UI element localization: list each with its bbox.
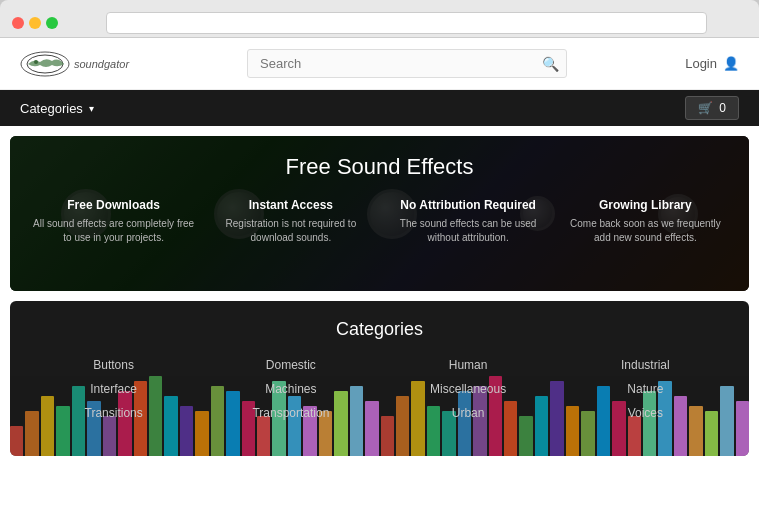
feature-desc: Come back soon as we frequently add new … xyxy=(562,217,729,245)
login-label: Login xyxy=(685,56,717,71)
categories-label: Categories xyxy=(20,101,83,116)
category-item-human[interactable]: Human xyxy=(385,356,552,374)
feature-title: Growing Library xyxy=(562,198,729,212)
minimize-button[interactable] xyxy=(29,17,41,29)
categories-title: Categories xyxy=(30,319,729,340)
traffic-lights xyxy=(12,17,58,29)
categories-section: Categories ButtonsDomesticHumanIndustria… xyxy=(10,301,749,456)
feature-title: No Attribution Required xyxy=(385,198,552,212)
logo-icon xyxy=(20,50,70,78)
feature-no-attribution: No Attribution Required The sound effect… xyxy=(385,198,552,245)
search-icon: 🔍 xyxy=(542,56,559,72)
search-bar: 🔍 xyxy=(247,49,567,78)
website: soundgator 🔍 Login 👤 Categories ▾ 🛒 0 xyxy=(0,38,759,506)
cart-icon: 🛒 xyxy=(698,101,713,115)
feature-title: Free Downloads xyxy=(30,198,197,212)
logo-text: soundgator xyxy=(74,58,129,70)
category-item-urban[interactable]: Urban xyxy=(385,404,552,422)
logo[interactable]: soundgator xyxy=(20,50,129,78)
chevron-down-icon: ▾ xyxy=(89,103,94,114)
cart-button[interactable]: 🛒 0 xyxy=(685,96,739,120)
category-item-transportation[interactable]: Transportation xyxy=(207,404,374,422)
cart-count: 0 xyxy=(719,101,726,115)
feature-title: Instant Access xyxy=(207,198,374,212)
hero-title: Free Sound Effects xyxy=(10,154,749,180)
feature-instant-access: Instant Access Registration is not requi… xyxy=(207,198,374,245)
category-item-domestic[interactable]: Domestic xyxy=(207,356,374,374)
address-bar[interactable] xyxy=(106,12,707,34)
hero-features: Free Downloads All sound effects are com… xyxy=(10,198,749,245)
hero-section: Free Sound Effects Free Downloads All so… xyxy=(10,136,749,291)
feature-desc: All sound effects are completely free to… xyxy=(30,217,197,245)
hero-content: Free Sound Effects Free Downloads All so… xyxy=(10,136,749,245)
feature-free-downloads: Free Downloads All sound effects are com… xyxy=(30,198,197,245)
categories-grid: ButtonsDomesticHumanIndustrialInterfaceM… xyxy=(30,356,729,422)
category-item-interface[interactable]: Interface xyxy=(30,380,197,398)
feature-desc: The sound effects can be used without at… xyxy=(385,217,552,245)
category-item-transitions[interactable]: Transitions xyxy=(30,404,197,422)
feature-desc: Registration is not required to download… xyxy=(207,217,374,245)
category-item-machines[interactable]: Machines xyxy=(207,380,374,398)
category-item-nature[interactable]: Nature xyxy=(562,380,729,398)
login-area[interactable]: Login 👤 xyxy=(685,56,739,71)
user-icon: 👤 xyxy=(723,56,739,71)
top-navigation: soundgator 🔍 Login 👤 xyxy=(0,38,759,90)
feature-growing-library: Growing Library Come back soon as we fre… xyxy=(562,198,729,245)
category-item-buttons[interactable]: Buttons xyxy=(30,356,197,374)
category-item-industrial[interactable]: Industrial xyxy=(562,356,729,374)
categories-bar: Categories ▾ 🛒 0 xyxy=(0,90,759,126)
svg-point-2 xyxy=(34,60,38,64)
category-item-voices[interactable]: Voices xyxy=(562,404,729,422)
browser-chrome xyxy=(0,0,759,38)
search-input[interactable] xyxy=(247,49,567,78)
close-button[interactable] xyxy=(12,17,24,29)
category-item-miscellaneous[interactable]: Miscellaneous xyxy=(385,380,552,398)
categories-dropdown-button[interactable]: Categories ▾ xyxy=(20,101,94,116)
maximize-button[interactable] xyxy=(46,17,58,29)
